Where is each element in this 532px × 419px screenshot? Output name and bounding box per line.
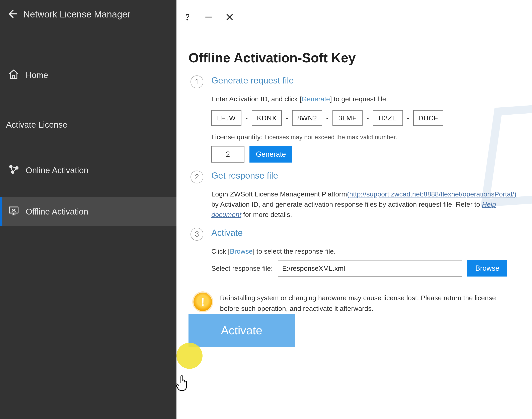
- warning-panel: ! Reinstalling system or changing hardwa…: [193, 293, 526, 314]
- step-number-2: 2: [190, 170, 203, 183]
- warning-icon: !: [193, 293, 212, 311]
- step-1-header: 1 Generate request file: [190, 76, 526, 88]
- step-3-instruction-pre: Click [: [211, 248, 230, 255]
- license-quantity-input[interactable]: [211, 146, 244, 163]
- activation-id-part-4[interactable]: [332, 110, 363, 126]
- browse-inline-link: Browse: [230, 248, 253, 255]
- generate-button[interactable]: Generate: [250, 146, 292, 163]
- svg-point-4: [187, 19, 188, 20]
- step-1-instruction-pre: Enter Activation ID, and click [: [211, 95, 302, 103]
- response-file-input[interactable]: [278, 260, 462, 276]
- sidebar-section-label: Activate License: [6, 120, 67, 130]
- sidebar-item-offline-activation[interactable]: Offline Activation: [0, 197, 177, 226]
- sidebar-section-activate[interactable]: Activate License: [0, 112, 177, 138]
- back-arrow-icon[interactable]: [6, 8, 18, 20]
- step-2-text-b: by Activation ID, and generate activatio…: [211, 200, 482, 208]
- step-3-header: 3 Activate: [190, 228, 526, 241]
- dash: -: [245, 113, 248, 123]
- step-1-title: Generate request file: [211, 76, 294, 85]
- sidebar-item-label: Home: [26, 70, 48, 80]
- browse-button[interactable]: Browse: [467, 260, 507, 276]
- page-title: Offline Activation-Soft Key: [189, 50, 526, 65]
- step-1-instruction-post: ] to get request file.: [330, 95, 388, 103]
- window-title: Network License Manager: [23, 9, 130, 20]
- license-quantity-hint: Licenses may not exceed the max valid nu…: [265, 134, 397, 141]
- step-number-3: 3: [190, 228, 203, 241]
- step-2-text-a: Login ZWSoft License Management Platform: [211, 190, 347, 198]
- close-icon[interactable]: [225, 12, 235, 22]
- license-quantity-label: License quantity:: [211, 133, 263, 141]
- sidebar-item-online-activation[interactable]: Online Activation: [0, 156, 177, 185]
- step-connector-line: [197, 181, 197, 230]
- help-icon[interactable]: [182, 12, 192, 22]
- activation-id-part-6[interactable]: [413, 110, 443, 126]
- sidebar-item-label: Offline Activation: [26, 207, 88, 217]
- activate-button[interactable]: Activate: [189, 314, 295, 347]
- monitor-offline-icon: [8, 205, 19, 218]
- step-number-1: 1: [190, 76, 203, 88]
- activation-id-part-2[interactable]: [252, 110, 282, 126]
- sidebar-header: Network License Manager: [0, 0, 177, 30]
- warning-text: Reinstalling system or changing hardware…: [220, 293, 511, 314]
- window-controls: [182, 12, 520, 22]
- activation-id-part-5[interactable]: [373, 110, 403, 126]
- step-3-body: Click [Browse] to select the response fi…: [211, 241, 507, 285]
- step-2-header: 2 Get response file: [190, 170, 526, 183]
- dash: -: [407, 113, 409, 123]
- platform-url-link[interactable]: (http://support.zwcad.net:8888/flexnet/o…: [347, 190, 517, 198]
- generate-inline-link: Generate: [302, 95, 330, 103]
- activation-id-row: - - - - -: [211, 110, 443, 126]
- pointer-cursor-icon: [176, 375, 513, 396]
- response-file-label: Select response file:: [211, 263, 273, 274]
- dash: -: [367, 113, 369, 123]
- step-2-title: Get response file: [211, 170, 278, 181]
- step-2-text-c: for more details.: [241, 211, 292, 218]
- sidebar: Network License Manager Home Activate Li…: [0, 0, 177, 419]
- activation-id-part-3[interactable]: [292, 110, 322, 126]
- network-icon: [8, 164, 19, 177]
- dash: -: [286, 113, 288, 123]
- cursor-highlight: [177, 343, 203, 369]
- sidebar-item-label: Online Activation: [26, 166, 89, 175]
- main-content: Offline Activation-Soft Key 1 Generate r…: [177, 0, 532, 419]
- home-icon: [8, 69, 19, 82]
- step-3-instruction-post: ] to select the response file.: [253, 248, 336, 255]
- sidebar-item-home[interactable]: Home: [0, 61, 177, 90]
- step-2-body: Login ZWSoft License Management Platform…: [211, 183, 520, 228]
- app-window: Network License Manager Home Activate Li…: [0, 0, 532, 419]
- activation-id-part-1[interactable]: [211, 110, 241, 126]
- dash: -: [326, 113, 329, 123]
- minimize-icon[interactable]: [203, 12, 214, 22]
- step-connector-line: [197, 86, 197, 172]
- step-1-body: Enter Activation ID, and click [Generate…: [211, 88, 443, 170]
- step-3-title: Activate: [211, 228, 243, 238]
